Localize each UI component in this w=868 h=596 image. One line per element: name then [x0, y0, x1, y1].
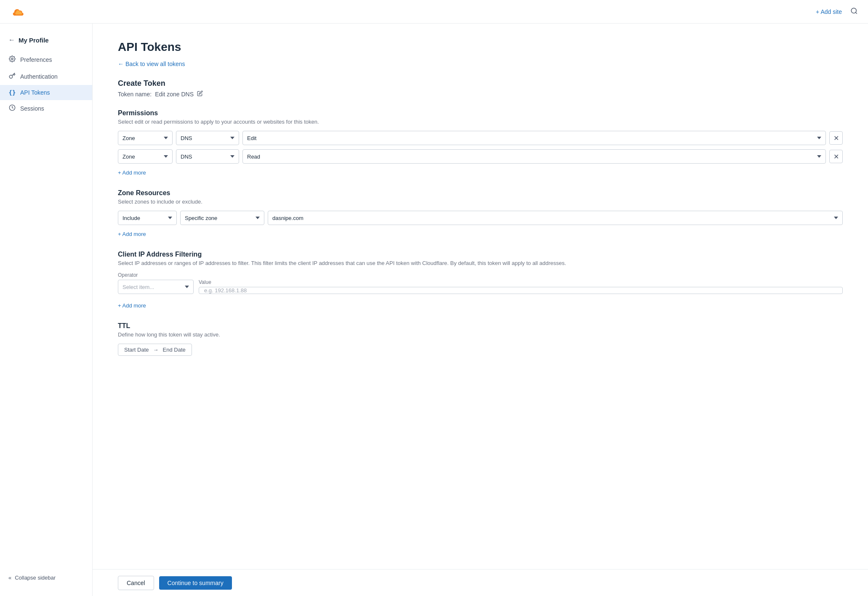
sidebar-item-authentication[interactable]: Authentication	[0, 68, 92, 85]
sidebar-back-button[interactable]: ← My Profile	[0, 32, 92, 51]
sidebar-item-sessions[interactable]: Sessions	[0, 100, 92, 117]
sidebar-item-api-tokens[interactable]: {} API Tokens	[0, 85, 92, 100]
permissions-title: Permissions	[118, 109, 843, 117]
ttl-title: TTL	[118, 322, 843, 330]
topnav: + Add site	[0, 0, 868, 24]
sidebar-back-label: My Profile	[19, 37, 49, 44]
footer-bar: Cancel Continue to summary	[93, 569, 868, 596]
token-name-row: Token name: Edit zone DNS	[118, 90, 843, 98]
search-icon[interactable]	[850, 7, 858, 16]
add-site-button[interactable]: + Add site	[816, 8, 842, 15]
operator-group: Operator Select item...	[118, 272, 194, 294]
sessions-icon	[8, 104, 16, 113]
ttl-range[interactable]: Start Date → End Date	[118, 344, 192, 356]
svg-point-0	[851, 8, 856, 13]
sessions-label: Sessions	[20, 105, 44, 112]
perm-scope-1[interactable]: Zone Account User	[118, 131, 173, 145]
zone-type-select[interactable]: Specific zone All zones All zones in acc…	[180, 211, 264, 225]
preferences-icon	[8, 56, 16, 64]
ip-filtering-desc: Select IP addresses or ranges of IP addr…	[118, 260, 843, 266]
main-content: API Tokens ← Back to view all tokens Cre…	[93, 24, 868, 596]
page-title: API Tokens	[118, 40, 843, 54]
svg-point-2	[11, 58, 13, 60]
sidebar-item-preferences[interactable]: Preferences	[0, 51, 92, 68]
svg-line-1	[855, 12, 857, 13]
sidebar: ← My Profile Preferences Authentication …	[0, 24, 93, 596]
zone-include-select[interactable]: Include Exclude	[118, 211, 177, 225]
permissions-desc: Select edit or read permissions to apply…	[118, 119, 843, 125]
logo	[10, 6, 27, 18]
remove-permission-2-button[interactable]: ✕	[829, 150, 843, 163]
add-permission-link[interactable]: + Add more	[118, 170, 146, 176]
preferences-label: Preferences	[20, 56, 52, 63]
api-tokens-label: API Tokens	[20, 89, 50, 96]
zone-resources-section: Zone Resources Select zones to include o…	[118, 189, 843, 237]
perm-permission-2[interactable]: Read Edit	[242, 149, 826, 164]
permission-row-1: Zone Account User DNS Firewall SSL Edit …	[118, 131, 843, 145]
permission-row-2: Zone Account User DNS Firewall SSL Read …	[118, 149, 843, 164]
ip-filtering-section: Client IP Address Filtering Select IP ad…	[118, 251, 843, 309]
back-to-tokens-link[interactable]: ← Back to view all tokens	[118, 61, 843, 67]
ttl-desc: Define how long this token will stay act…	[118, 331, 843, 338]
api-tokens-icon: {}	[8, 89, 16, 96]
remove-permission-1-button[interactable]: ✕	[829, 131, 843, 145]
topnav-right: + Add site	[816, 7, 858, 16]
add-zone-link[interactable]: + Add more	[118, 231, 146, 237]
value-group: Value	[199, 279, 843, 294]
perm-resource-1[interactable]: DNS Firewall SSL	[176, 131, 239, 145]
ip-row: Operator Select item... Value	[118, 272, 843, 294]
ip-operator-select[interactable]: Select item...	[118, 280, 194, 294]
layout: ← My Profile Preferences Authentication …	[0, 24, 868, 596]
edit-token-name-icon[interactable]	[197, 90, 203, 98]
token-name-value: Edit zone DNS	[155, 91, 194, 98]
authentication-label: Authentication	[20, 73, 58, 80]
zone-value-select[interactable]: dasnipe.com	[268, 211, 843, 225]
perm-resource-2[interactable]: DNS Firewall SSL	[176, 149, 239, 164]
cloudflare-logo	[10, 6, 27, 18]
authentication-icon	[8, 72, 16, 81]
zone-resources-title: Zone Resources	[118, 189, 843, 197]
collapse-icon: «	[8, 575, 11, 581]
collapse-label: Collapse sidebar	[15, 575, 56, 581]
cancel-button[interactable]: Cancel	[118, 576, 154, 590]
back-arrow-icon: ←	[8, 36, 15, 44]
zone-resources-desc: Select zones to include or exclude.	[118, 199, 843, 205]
ip-filtering-title: Client IP Address Filtering	[118, 251, 843, 258]
perm-permission-1[interactable]: Edit Read	[242, 131, 826, 145]
continue-to-summary-button[interactable]: Continue to summary	[159, 576, 232, 590]
collapse-sidebar-button[interactable]: « Collapse sidebar	[0, 568, 92, 588]
value-label: Value	[199, 279, 843, 285]
ip-value-input[interactable]	[199, 287, 843, 294]
start-date-label: Start Date	[124, 347, 149, 353]
token-name-label: Token name:	[118, 91, 152, 98]
ttl-arrow-icon: →	[153, 347, 159, 353]
perm-scope-2[interactable]: Zone Account User	[118, 149, 173, 164]
create-token-title: Create Token	[118, 79, 843, 88]
ttl-section: TTL Define how long this token will stay…	[118, 322, 843, 356]
end-date-label: End Date	[163, 347, 186, 353]
zone-row: Include Exclude Specific zone All zones …	[118, 211, 843, 225]
permissions-section: Permissions Select edit or read permissi…	[118, 109, 843, 176]
add-ip-filter-link[interactable]: + Add more	[118, 302, 146, 309]
operator-label: Operator	[118, 272, 194, 278]
